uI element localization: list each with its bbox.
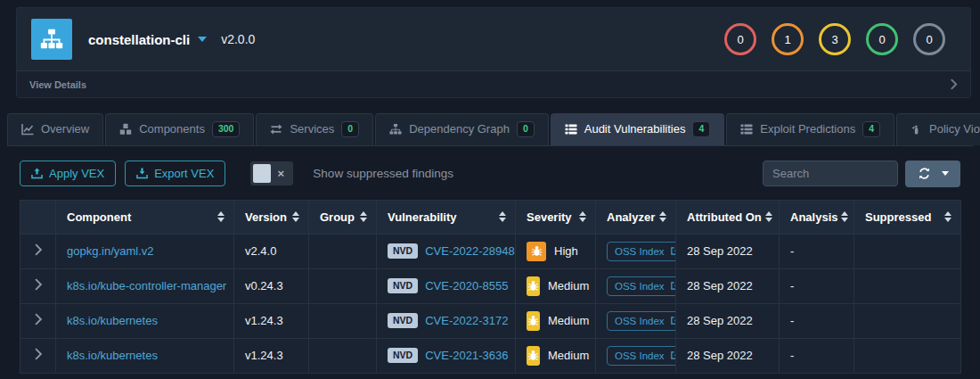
chart-line-icon [21, 123, 34, 136]
column-header-component[interactable]: Component [56, 200, 234, 234]
vulnerability-source-badge: NVD [388, 278, 418, 293]
attributed-on-cell: 28 Sep 2022 [676, 268, 780, 303]
vulnerability-source-badge: NVD [388, 348, 418, 363]
analyzer-button[interactable]: OSS Index [607, 346, 676, 366]
suppressed-cell [854, 338, 961, 373]
column-header-version[interactable]: Version [234, 200, 309, 234]
version-cell: v1.24.3 [234, 338, 309, 373]
expand-cell[interactable] [20, 338, 56, 373]
column-header-analyzer[interactable]: Analyzer [596, 200, 676, 234]
column-header-attributed-on[interactable]: Attributed On [676, 200, 780, 234]
external-link-icon [670, 281, 676, 291]
show-suppressed-toggle[interactable]: × [250, 161, 293, 185]
tab-exploit-predictions[interactable]: Exploit Predictions 4 [726, 113, 894, 145]
tab-label: Dependency Graph [409, 122, 510, 136]
refresh-dropdown-button[interactable] [905, 161, 960, 187]
findings-table: Component Version Group Vulnerability Se… [20, 200, 961, 374]
chevron-right-icon [34, 243, 43, 256]
vulnerability-link[interactable]: CVE-2020-8555 [425, 279, 508, 292]
severity-counter: 0 [866, 23, 898, 55]
component-link[interactable]: k8s.io/kubernetes [67, 314, 158, 327]
column-header-suppressed[interactable]: Suppressed [854, 200, 961, 234]
tab-label: Policy Violations [929, 122, 980, 136]
table-header-row: Component Version Group Vulnerability Se… [20, 200, 961, 234]
tab-label: Overview [41, 122, 89, 136]
search-input[interactable] [763, 161, 898, 186]
column-header-severity[interactable]: Severity [516, 200, 596, 234]
exchange-icon [270, 123, 282, 136]
tab-badge: 4 [862, 121, 880, 137]
tab-badge: 4 [692, 121, 710, 137]
vulnerability-link[interactable]: CVE-2022-28948 [425, 244, 514, 258]
version-cell: v2.4.0 [234, 234, 309, 268]
analyzer-label: OSS Index [615, 281, 665, 292]
show-suppressed-label: Show suppressed findings [313, 167, 453, 180]
upload-icon [31, 168, 43, 179]
column-header-analysis[interactable]: Analysis [780, 200, 854, 234]
tab-label: Exploit Predictions [760, 122, 855, 136]
severity-bug-icon [527, 242, 546, 261]
export-vex-label: Export VEX [154, 167, 214, 180]
export-vex-button[interactable]: Export VEX [125, 161, 225, 186]
external-link-icon [670, 350, 676, 360]
tab-policy-violations[interactable]: Policy Violations 0 [896, 113, 980, 145]
tab-label: Services [290, 122, 334, 136]
vulnerability-source-badge: NVD [388, 243, 418, 259]
expand-cell[interactable] [20, 268, 56, 303]
column-header-vulnerability[interactable]: Vulnerability [377, 200, 516, 234]
table-row: k8s.io/kubernetes v1.24.3 NVD CVE-2021-3… [20, 338, 961, 373]
project-header-card: constellation-cli v2.0.0 0 1 3 0 0 View … [16, 7, 971, 98]
component-link[interactable]: gopkg.in/yaml.v2 [67, 244, 154, 258]
tab-dependency-graph[interactable]: Dependency Graph 0 [375, 113, 549, 145]
expand-cell[interactable] [20, 303, 56, 338]
severity-counters: 0 1 3 0 0 [724, 23, 956, 55]
project-name: constellation-cli [88, 32, 190, 47]
severity-counter: 0 [724, 23, 756, 55]
version-cell: v0.24.3 [234, 268, 309, 303]
analyzer-button[interactable]: OSS Index [607, 242, 676, 261]
chevron-right-icon [34, 348, 43, 360]
sort-icon [765, 211, 772, 222]
analysis-cell: - [780, 303, 854, 338]
vulnerability-link[interactable]: CVE-2022-3172 [425, 314, 508, 327]
tab-components[interactable]: Components 300 [105, 113, 254, 145]
project-version: v2.0.0 [221, 32, 255, 46]
attributed-on-cell: 28 Sep 2022 [676, 338, 780, 373]
toggle-knob [253, 164, 271, 183]
suppressed-cell [854, 268, 961, 303]
apply-vex-label: Apply VEX [49, 167, 104, 180]
analyzer-button[interactable]: OSS Index [607, 276, 676, 296]
tab-badge: 0 [517, 121, 535, 137]
component-link[interactable]: k8s.io/kube-controller-manager [67, 279, 226, 292]
severity-counter: 3 [819, 23, 851, 55]
severity-counter: 0 [913, 23, 945, 55]
column-header-group[interactable]: Group [309, 200, 377, 234]
group-cell [309, 234, 377, 268]
suppressed-cell [854, 303, 961, 338]
analyzer-button[interactable]: OSS Index [607, 311, 676, 331]
vulnerability-link[interactable]: CVE-2021-3636 [425, 349, 508, 362]
view-details-label: View Details [29, 79, 86, 90]
apply-vex-button[interactable]: Apply VEX [20, 161, 116, 186]
cubes-icon [119, 123, 132, 136]
project-name-dropdown[interactable]: constellation-cli [88, 32, 207, 47]
severity-bug-icon [527, 276, 540, 296]
severity-label: Medium [548, 314, 589, 327]
expand-column-header [20, 200, 56, 234]
tab-audit-vulnerabilities[interactable]: Audit Vulnerabilities 4 [551, 113, 725, 145]
view-details-bar[interactable]: View Details [17, 70, 970, 97]
expand-cell[interactable] [20, 234, 56, 268]
group-cell [309, 338, 377, 373]
external-link-icon [670, 246, 676, 256]
group-cell [309, 303, 377, 338]
refresh-icon [918, 167, 931, 180]
severity-bug-icon [527, 311, 540, 331]
download-icon [136, 168, 148, 179]
tab-overview[interactable]: Overview [7, 113, 103, 145]
component-link[interactable]: k8s.io/kubernetes [67, 349, 158, 362]
fire-extinguisher-icon [911, 123, 922, 136]
sort-icon [360, 211, 367, 222]
project-header: constellation-cli v2.0.0 0 1 3 0 0 [17, 8, 970, 70]
tab-services[interactable]: Services 0 [256, 113, 373, 145]
tab-label: Audit Vulnerabilities [584, 122, 686, 136]
